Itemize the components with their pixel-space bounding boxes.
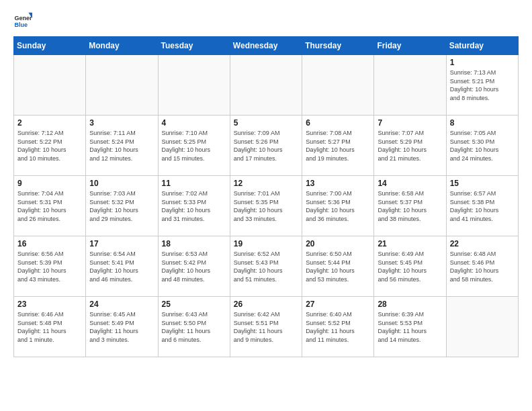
day-cell: 2Sunrise: 7:12 AM Sunset: 5:22 PM Daylig… (14, 116, 86, 176)
day-cell: 9Sunrise: 7:04 AM Sunset: 5:31 PM Daylig… (14, 176, 86, 236)
day-number: 28 (378, 300, 442, 309)
day-cell: 21Sunrise: 6:49 AM Sunset: 5:45 PM Dayli… (374, 236, 446, 297)
day-number: 11 (162, 179, 226, 188)
day-info: Sunrise: 6:43 AM Sunset: 5:50 PM Dayligh… (162, 310, 226, 344)
weekday-tuesday: Tuesday (158, 37, 230, 55)
weekday-friday: Friday (374, 37, 446, 55)
day-number: 17 (89, 239, 154, 248)
day-cell (158, 55, 230, 116)
day-number: 20 (306, 239, 370, 248)
day-info: Sunrise: 6:46 AM Sunset: 5:48 PM Dayligh… (17, 310, 82, 344)
day-info: Sunrise: 6:57 AM Sunset: 5:38 PM Dayligh… (450, 189, 515, 223)
day-info: Sunrise: 6:48 AM Sunset: 5:46 PM Dayligh… (450, 250, 515, 283)
day-cell: 10Sunrise: 7:03 AM Sunset: 5:32 PM Dayli… (86, 176, 158, 236)
day-number: 25 (162, 300, 226, 309)
day-number: 18 (162, 239, 226, 248)
day-cell (230, 55, 302, 116)
day-number: 27 (306, 300, 370, 309)
day-number: 4 (162, 118, 226, 128)
day-cell: 12Sunrise: 7:01 AM Sunset: 5:35 PM Dayli… (230, 176, 302, 236)
day-number: 14 (378, 179, 442, 188)
header: General Blue (13, 11, 519, 30)
day-number: 12 (234, 179, 298, 188)
day-cell: 14Sunrise: 6:58 AM Sunset: 5:37 PM Dayli… (374, 176, 446, 236)
svg-text:Blue: Blue (14, 21, 28, 28)
weekday-sunday: Sunday (14, 37, 86, 55)
day-info: Sunrise: 7:03 AM Sunset: 5:32 PM Dayligh… (89, 189, 154, 223)
week-row-0: 1Sunrise: 7:13 AM Sunset: 5:21 PM Daylig… (14, 55, 519, 116)
day-info: Sunrise: 6:53 AM Sunset: 5:42 PM Dayligh… (162, 250, 226, 283)
svg-text:General: General (14, 15, 32, 21)
day-cell: 24Sunrise: 6:45 AM Sunset: 5:49 PM Dayli… (86, 297, 158, 357)
day-info: Sunrise: 7:00 AM Sunset: 5:36 PM Dayligh… (306, 189, 370, 223)
day-number: 19 (234, 239, 298, 248)
weekday-saturday: Saturday (446, 37, 518, 55)
day-info: Sunrise: 7:13 AM Sunset: 5:21 PM Dayligh… (450, 68, 515, 102)
day-cell: 7Sunrise: 7:07 AM Sunset: 5:29 PM Daylig… (374, 116, 446, 176)
day-cell: 23Sunrise: 6:46 AM Sunset: 5:48 PM Dayli… (14, 297, 86, 357)
day-number: 21 (378, 239, 442, 248)
day-info: Sunrise: 6:56 AM Sunset: 5:39 PM Dayligh… (17, 250, 82, 283)
day-number: 24 (89, 300, 154, 309)
day-cell (446, 297, 518, 357)
day-cell: 15Sunrise: 6:57 AM Sunset: 5:38 PM Dayli… (446, 176, 518, 236)
day-info: Sunrise: 6:45 AM Sunset: 5:49 PM Dayligh… (89, 310, 154, 344)
day-info: Sunrise: 6:39 AM Sunset: 5:53 PM Dayligh… (378, 310, 442, 344)
day-cell: 27Sunrise: 6:40 AM Sunset: 5:52 PM Dayli… (302, 297, 374, 357)
day-info: Sunrise: 6:52 AM Sunset: 5:43 PM Dayligh… (234, 250, 298, 283)
day-cell: 11Sunrise: 7:02 AM Sunset: 5:33 PM Dayli… (158, 176, 230, 236)
day-info: Sunrise: 7:02 AM Sunset: 5:33 PM Dayligh… (162, 189, 226, 223)
day-cell (302, 55, 374, 116)
logo: General Blue (13, 11, 35, 30)
day-info: Sunrise: 6:49 AM Sunset: 5:45 PM Dayligh… (378, 250, 442, 283)
day-cell: 25Sunrise: 6:43 AM Sunset: 5:50 PM Dayli… (158, 297, 230, 357)
day-number: 16 (17, 239, 82, 248)
day-cell (374, 55, 446, 116)
day-cell: 22Sunrise: 6:48 AM Sunset: 5:46 PM Dayli… (446, 236, 518, 297)
day-cell: 16Sunrise: 6:56 AM Sunset: 5:39 PM Dayli… (14, 236, 86, 297)
day-number: 13 (306, 179, 370, 188)
weekday-wednesday: Wednesday (230, 37, 302, 55)
weekday-monday: Monday (86, 37, 158, 55)
day-info: Sunrise: 7:10 AM Sunset: 5:25 PM Dayligh… (162, 129, 226, 163)
day-number: 22 (450, 239, 515, 248)
day-number: 5 (234, 118, 298, 128)
day-number: 8 (450, 118, 515, 128)
day-number: 6 (306, 118, 370, 128)
day-cell: 3Sunrise: 7:11 AM Sunset: 5:24 PM Daylig… (86, 116, 158, 176)
day-info: Sunrise: 6:40 AM Sunset: 5:52 PM Dayligh… (306, 310, 370, 344)
day-number: 2 (17, 118, 82, 128)
day-info: Sunrise: 6:58 AM Sunset: 5:37 PM Dayligh… (378, 189, 442, 223)
day-number: 3 (89, 118, 154, 128)
day-cell: 20Sunrise: 6:50 AM Sunset: 5:44 PM Dayli… (302, 236, 374, 297)
day-info: Sunrise: 7:07 AM Sunset: 5:29 PM Dayligh… (378, 129, 442, 163)
day-cell: 18Sunrise: 6:53 AM Sunset: 5:42 PM Dayli… (158, 236, 230, 297)
day-number: 26 (234, 300, 298, 309)
day-number: 23 (17, 300, 82, 309)
day-cell: 17Sunrise: 6:54 AM Sunset: 5:41 PM Dayli… (86, 236, 158, 297)
day-cell: 4Sunrise: 7:10 AM Sunset: 5:25 PM Daylig… (158, 116, 230, 176)
weekday-header-row: SundayMondayTuesdayWednesdayThursdayFrid… (14, 37, 519, 55)
day-info: Sunrise: 7:01 AM Sunset: 5:35 PM Dayligh… (234, 189, 298, 223)
day-info: Sunrise: 6:50 AM Sunset: 5:44 PM Dayligh… (306, 250, 370, 283)
day-number: 7 (378, 118, 442, 128)
day-cell: 13Sunrise: 7:00 AM Sunset: 5:36 PM Dayli… (302, 176, 374, 236)
day-cell: 19Sunrise: 6:52 AM Sunset: 5:43 PM Dayli… (230, 236, 302, 297)
day-info: Sunrise: 7:11 AM Sunset: 5:24 PM Dayligh… (89, 129, 154, 163)
day-info: Sunrise: 7:09 AM Sunset: 5:26 PM Dayligh… (234, 129, 298, 163)
day-info: Sunrise: 7:04 AM Sunset: 5:31 PM Dayligh… (17, 189, 82, 223)
day-number: 15 (450, 179, 515, 188)
week-row-2: 9Sunrise: 7:04 AM Sunset: 5:31 PM Daylig… (14, 176, 519, 236)
day-cell: 8Sunrise: 7:05 AM Sunset: 5:30 PM Daylig… (446, 116, 518, 176)
week-row-1: 2Sunrise: 7:12 AM Sunset: 5:22 PM Daylig… (14, 116, 519, 176)
day-info: Sunrise: 7:12 AM Sunset: 5:22 PM Dayligh… (17, 129, 82, 163)
day-cell (14, 55, 86, 116)
day-number: 9 (17, 179, 82, 188)
day-info: Sunrise: 6:54 AM Sunset: 5:41 PM Dayligh… (89, 250, 154, 283)
day-info: Sunrise: 7:08 AM Sunset: 5:27 PM Dayligh… (306, 129, 370, 163)
day-cell: 28Sunrise: 6:39 AM Sunset: 5:53 PM Dayli… (374, 297, 446, 357)
day-cell: 1Sunrise: 7:13 AM Sunset: 5:21 PM Daylig… (446, 55, 518, 116)
weekday-thursday: Thursday (302, 37, 374, 55)
day-cell: 6Sunrise: 7:08 AM Sunset: 5:27 PM Daylig… (302, 116, 374, 176)
day-info: Sunrise: 7:05 AM Sunset: 5:30 PM Dayligh… (450, 129, 515, 163)
